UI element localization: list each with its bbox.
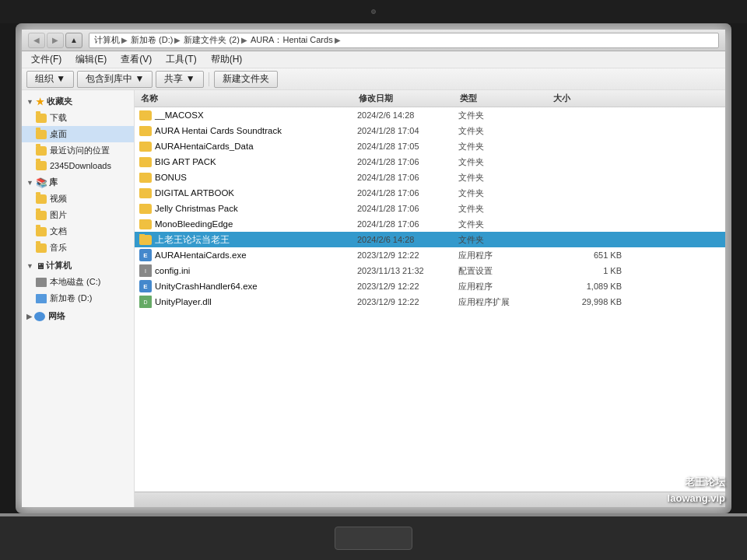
sidebar-section-computer: ▼ 🖥 计算机 本地磁盘 (C:) 新加卷 (D:): [22, 257, 134, 306]
sidebar-item-label: 最近访问的位置: [50, 145, 110, 156]
main-area: ▼ ★ 收藏夹 下载 桌面 最近访问的位置: [22, 90, 725, 507]
file-type: 应用程序扩展: [458, 296, 552, 308]
file-date: 2024/1/28 17:06: [357, 173, 458, 182]
trackpad[interactable]: [335, 527, 412, 550]
toolbar-separator: [209, 72, 209, 86]
col-header-type[interactable]: 类型: [457, 93, 550, 104]
file-date: 2024/1/28 17:04: [357, 126, 458, 135]
forward-button[interactable]: ▶: [47, 33, 64, 48]
sidebar-item-music[interactable]: 音乐: [22, 240, 134, 256]
sidebar-computer-header[interactable]: ▼ 🖥 计算机: [22, 257, 134, 274]
file-name: Jelly Christmas Pack: [139, 204, 357, 214]
sidebar-item-desktop[interactable]: 桌面: [22, 126, 134, 142]
file-row[interactable]: BIG ART PACK 2024/1/28 17:06 文件夹: [135, 154, 725, 170]
file-row[interactable]: D UnityPlayer.dll 2023/12/9 12:22 应用程序扩展…: [135, 294, 725, 310]
folder-icon: [36, 161, 47, 170]
file-name: E UnityCrashHandler64.exe: [139, 280, 357, 292]
share-button[interactable]: 共享 ▼: [156, 71, 203, 88]
sidebar-item-video[interactable]: 视频: [22, 191, 134, 207]
file-row[interactable]: DIGITAL ARTBOOK 2024/1/28 17:06 文件夹: [135, 185, 725, 201]
sidebar-item-download[interactable]: 下载: [22, 110, 134, 126]
include-button[interactable]: 包含到库中 ▼: [77, 71, 153, 88]
sidebar-item-recent[interactable]: 最近访问的位置: [22, 142, 134, 159]
file-name-text: UnityCrashHandler64.exe: [155, 282, 258, 291]
file-name-text: config.ini: [155, 266, 190, 275]
sidebar-item-photo[interactable]: 图片: [22, 207, 134, 223]
menu-help[interactable]: 帮助(H): [205, 51, 249, 68]
folder-icon: [36, 194, 47, 204]
file-size: 1 KB: [552, 266, 622, 275]
file-row[interactable]: AURA Hentai Cards Soundtrack 2024/1/28 1…: [135, 123, 725, 138]
file-name: DIGITAL ARTBOOK: [139, 188, 357, 198]
sidebar-item-drive-c[interactable]: 本地磁盘 (C:): [22, 274, 134, 290]
file-type: 配置设置: [458, 265, 552, 277]
file-row[interactable]: E AURAHentaiCards.exe 2023/12/9 12:22 应用…: [135, 247, 725, 263]
breadcrumb-label: 计算机: [94, 34, 120, 46]
sidebar-item-label: 音乐: [50, 242, 67, 254]
breadcrumb-label: 新建文件夹 (2): [184, 34, 240, 46]
expand-icon: ▼: [26, 98, 33, 106]
file-name-text: __MACOSX: [155, 110, 204, 120]
file-name-text: 上老王论坛当老王: [155, 234, 230, 246]
file-row[interactable]: AURAHentaiCards_Data 2024/1/28 17:05 文件夹: [135, 138, 725, 154]
sidebar-item-label: 桌面: [50, 128, 67, 140]
file-row[interactable]: BONUS 2024/1/28 17:06 文件夹: [135, 170, 725, 185]
sidebar-item-drive-d[interactable]: 新加卷 (D:): [22, 290, 134, 306]
file-row[interactable]: __MACOSX 2024/2/6 14:28 文件夹: [135, 107, 725, 123]
file-type: 文件夹: [458, 187, 552, 199]
back-button[interactable]: ◀: [28, 33, 45, 48]
expand-icon: ▼: [26, 262, 33, 270]
file-row[interactable]: I config.ini 2023/11/13 21:32 配置设置 1 KB: [135, 263, 725, 278]
sidebar-item-document[interactable]: 文档: [22, 223, 134, 240]
folder-icon: [36, 227, 47, 236]
menu-file[interactable]: 文件(F): [25, 51, 68, 68]
file-date: 2024/2/6 14:28: [357, 235, 458, 244]
sidebar-item-label: 本地磁盘 (C:): [50, 276, 100, 288]
screen: ◀ ▶ ▲ 计算机 ▶ 新加卷 (D:) ▶ 新建文件夹 (2) ▶ AU: [22, 30, 725, 507]
sidebar-favorites-header[interactable]: ▼ ★ 收藏夹: [22, 93, 134, 110]
file-row[interactable]: Jelly Christmas Pack 2024/1/28 17:06 文件夹: [135, 201, 725, 216]
sidebar-item-2345downloads[interactable]: 2345Downloads: [22, 159, 134, 173]
sidebar-computer-label: 计算机: [46, 260, 72, 271]
folder-icon: [36, 114, 47, 123]
file-row[interactable]: 上老王论坛当老王 2024/2/6 14:28 文件夹: [135, 232, 725, 247]
file-name-text: AURAHentaiCards_Data: [155, 142, 254, 151]
folder-icon: [36, 130, 47, 139]
file-name: D UnityPlayer.dll: [139, 296, 357, 308]
sidebar-item-label: 文档: [50, 226, 67, 237]
file-row[interactable]: MonoBleedingEdge 2024/1/28 17:06 文件夹: [135, 216, 725, 232]
sidebar-item-label: 视频: [50, 193, 67, 205]
file-date: 2023/12/9 12:22: [357, 250, 458, 260]
new-folder-button[interactable]: 新建文件夹: [214, 71, 278, 88]
col-header-size[interactable]: 大小: [550, 93, 620, 104]
content-area: 名称 修改日期 类型 大小 __MACOSX 2024/2/6 14:28 文件…: [135, 90, 725, 507]
menu-tools[interactable]: 工具(T): [160, 51, 202, 68]
sidebar-item-label: 图片: [50, 209, 67, 221]
address-bar[interactable]: 计算机 ▶ 新加卷 (D:) ▶ 新建文件夹 (2) ▶ AURA：Hentai…: [89, 33, 719, 48]
up-button[interactable]: ▲: [65, 33, 82, 48]
menu-edit[interactable]: 编辑(E): [69, 51, 113, 68]
file-date: 2023/12/9 12:22: [357, 282, 458, 291]
col-header-date[interactable]: 修改日期: [356, 93, 457, 104]
network-icon: [34, 312, 45, 321]
sidebar-item-label: 2345Downloads: [50, 161, 111, 170]
folder-icon: [139, 126, 152, 136]
exe-icon: E: [139, 280, 152, 292]
file-type: 应用程序: [458, 250, 552, 261]
sidebar-library-header[interactable]: ▼ 📚 库: [22, 174, 134, 191]
sidebar-network-header[interactable]: ▶ 网络: [22, 308, 134, 324]
breadcrumb-current: AURA：Hentai Cards ▶: [251, 34, 341, 46]
file-name: __MACOSX: [139, 110, 357, 121]
organize-button[interactable]: 组织 ▼: [26, 71, 74, 88]
file-row[interactable]: E UnityCrashHandler64.exe 2023/12/9 12:2…: [135, 278, 725, 294]
file-date: 2023/12/9 12:22: [357, 297, 458, 306]
folder-icon: [139, 188, 152, 198]
breadcrumb-label: AURA：Hentai Cards: [251, 34, 333, 46]
library-icon: 📚: [36, 177, 47, 188]
folder-icon: [139, 157, 152, 167]
watermark-line1: 老王论坛: [668, 474, 725, 491]
col-header-name[interactable]: 名称: [138, 93, 356, 104]
menu-view[interactable]: 查看(V): [114, 51, 158, 68]
file-date: 2024/2/6 14:28: [357, 110, 458, 120]
sidebar-item-label: 新加卷 (D:): [50, 292, 92, 304]
